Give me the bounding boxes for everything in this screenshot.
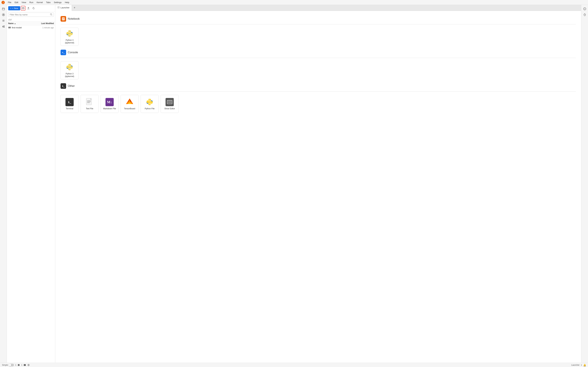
tensorboard-card[interactable]: TensorBoard: [121, 95, 139, 113]
svg-point-41: [585, 8, 585, 8]
menu-help[interactable]: Help: [63, 1, 70, 4]
main-content-area: Launcher + Notebook: [55, 5, 581, 363]
launcher-tab-label: Launcher: [61, 6, 69, 9]
svg-point-54: [28, 365, 29, 365]
tab-launcher[interactable]: Launcher: [55, 5, 72, 11]
table-row[interactable]: first-model 1 minute ago: [7, 25, 55, 30]
showeditor-card[interactable]: Show Editor: [161, 95, 179, 113]
file-search-bar: [8, 13, 54, 17]
other-cards-row: $_ Terminal: [61, 95, 576, 113]
svg-point-35: [149, 100, 149, 100]
file-modified-cell: 1 minute ago: [36, 26, 54, 29]
pythonfile-card[interactable]: Python File: [141, 95, 159, 113]
notebook-cards-row: Python 3 (ipykernel): [61, 28, 576, 46]
svg-rect-38: [168, 101, 172, 101]
left-sidebar: [0, 5, 7, 363]
console-divider: [61, 58, 576, 58]
upload-button[interactable]: [26, 6, 31, 10]
running-sidebar-btn[interactable]: [1, 12, 6, 17]
new-tab-button[interactable]: +: [72, 5, 77, 10]
breadcrumb: /: [7, 18, 55, 22]
property-inspector-button[interactable]: [582, 6, 587, 11]
markdown-card[interactable]: M↓ Markdown File: [101, 95, 119, 113]
menu-kernel[interactable]: Kernel: [35, 1, 44, 4]
file-list-header: Name ▲ Last Modified: [7, 22, 55, 25]
plus-icon: +: [10, 7, 11, 9]
terminal-status-icon: $: [24, 364, 26, 366]
simple-toggle-thumb: [9, 364, 11, 366]
search-icon: [50, 13, 52, 16]
console-section-title: Console: [68, 51, 78, 54]
svg-rect-12: [2, 25, 3, 26]
extensions-sidebar-btn[interactable]: [1, 24, 6, 29]
other-section-title: Other: [68, 84, 75, 88]
tensorboard-card-icon: [125, 98, 134, 107]
svg-text:S: S: [18, 365, 19, 366]
python3-console-card[interactable]: Python 3 (ipykernel): [61, 61, 78, 79]
status-bar-left: Simple 1 S S 1 $: [2, 364, 30, 366]
debug-button[interactable]: [582, 12, 587, 17]
python3-console-label: Python 3 (ipykernel): [65, 73, 74, 78]
new-launcher-label: + New: [12, 7, 18, 9]
file-browser-panel: + + New: [7, 5, 55, 363]
terminal-card-icon: $_: [65, 98, 74, 107]
terminal-count: 1: [21, 364, 22, 366]
textfile-card-label: Text File: [86, 108, 93, 110]
menu-run[interactable]: Run: [28, 1, 35, 4]
tab-bar: Launcher +: [55, 5, 581, 11]
svg-rect-9: [2, 26, 3, 27]
svg-point-16: [50, 14, 52, 15]
python3-notebook-card[interactable]: Python 3 (ipykernel): [61, 28, 78, 46]
menu-settings[interactable]: Settings: [52, 1, 63, 4]
textfile-card[interactable]: Text File: [81, 95, 99, 113]
simple-mode-label: Simple: [2, 364, 8, 366]
menubar: J File Edit View Run Kernel Tabs Setting…: [0, 0, 588, 5]
svg-point-23: [70, 35, 70, 36]
svg-rect-37: [167, 100, 172, 104]
svg-point-22: [69, 31, 69, 32]
name-column-header[interactable]: Name ▲: [8, 22, 36, 25]
svg-rect-11: [4, 27, 4, 27]
refresh-button[interactable]: [31, 6, 36, 10]
commands-sidebar-btn[interactable]: [1, 18, 6, 23]
tab-count: 1: [581, 364, 582, 366]
launcher-panel: Notebook: [55, 11, 581, 363]
terminal-card[interactable]: $_ Terminal: [61, 95, 78, 113]
svg-rect-39: [168, 102, 172, 103]
files-sidebar-btn[interactable]: [1, 6, 6, 11]
console-section-icon: >_: [61, 50, 66, 55]
markdown-card-icon: M↓: [105, 98, 114, 107]
python3-notebook-icon: [65, 29, 74, 38]
tensorboard-card-label: TensorBoard: [124, 108, 135, 110]
simple-mode-toggle[interactable]: Simple: [2, 364, 14, 366]
showeditor-card-label: Show Editor: [164, 108, 175, 110]
menu-view[interactable]: View: [20, 1, 27, 4]
svg-point-25: [70, 69, 70, 70]
file-search-input[interactable]: [10, 13, 50, 16]
modified-column-header[interactable]: Last Modified: [36, 22, 54, 25]
svg-text:$: $: [25, 364, 25, 366]
status-bar-right: Launcher 1 🔔: [571, 364, 586, 366]
textfile-card-icon: [85, 98, 94, 107]
menu-edit[interactable]: Edit: [13, 1, 19, 4]
notebook-section-title: Notebook: [68, 17, 80, 20]
menu-tabs[interactable]: Tabs: [45, 1, 52, 4]
markdown-card-label: Markdown File: [103, 108, 116, 110]
new-folder-button[interactable]: [21, 6, 26, 10]
showeditor-card-icon: [165, 98, 174, 107]
console-cards-row: Python 3 (ipykernel): [61, 61, 576, 79]
notebook-section-icon: [61, 16, 66, 22]
menu-file[interactable]: File: [7, 1, 13, 4]
svg-point-24: [69, 65, 69, 65]
other-section-header: $_ Other: [61, 83, 576, 89]
new-launcher-button[interactable]: + + New: [8, 6, 20, 10]
folder-icon: [8, 26, 11, 29]
kernel-status: S S: [17, 364, 20, 366]
svg-line-17: [52, 15, 52, 16]
settings-status-icon: [27, 364, 30, 366]
python3-notebook-label: Python 3 (ipykernel): [65, 39, 74, 44]
bell-icon[interactable]: 🔔: [583, 364, 586, 366]
simple-toggle-track[interactable]: [9, 364, 14, 366]
notebook-divider: [61, 24, 576, 25]
console-section-header: >_ Console: [61, 50, 576, 55]
